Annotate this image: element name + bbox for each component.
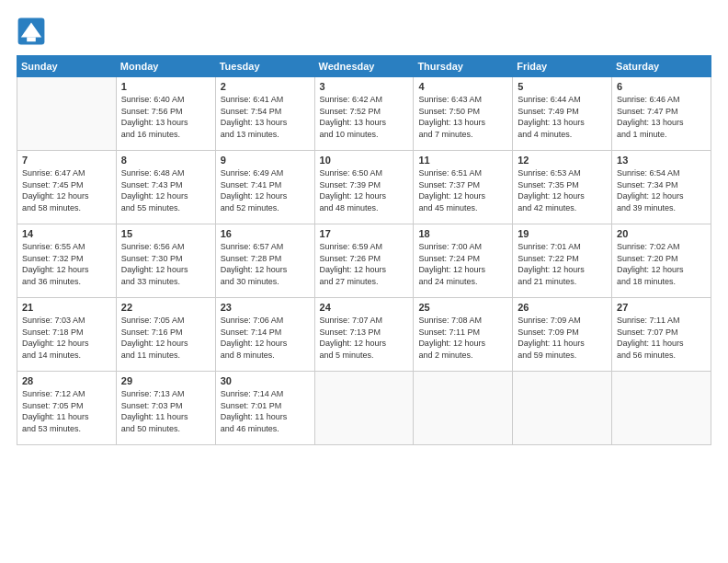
day-number: 26 xyxy=(518,302,607,313)
day-info: Sunrise: 6:46 AM Sunset: 7:47 PM Dayligh… xyxy=(617,94,706,140)
day-number: 2 xyxy=(221,81,310,92)
day-number: 9 xyxy=(221,155,310,166)
calendar-cell: 7Sunrise: 6:47 AM Sunset: 7:45 PM Daylig… xyxy=(17,151,117,224)
day-info: Sunrise: 7:01 AM Sunset: 7:22 PM Dayligh… xyxy=(518,241,607,287)
day-number: 25 xyxy=(418,302,507,313)
day-number: 5 xyxy=(518,81,607,92)
calendar-cell: 15Sunrise: 6:56 AM Sunset: 7:30 PM Dayli… xyxy=(116,224,215,298)
day-info: Sunrise: 7:13 AM Sunset: 7:03 PM Dayligh… xyxy=(121,388,210,434)
header xyxy=(17,17,711,46)
calendar-cell: 16Sunrise: 6:57 AM Sunset: 7:28 PM Dayli… xyxy=(215,224,314,298)
page: SundayMondayTuesdayWednesdayThursdayFrid… xyxy=(0,0,728,563)
calendar-cell: 25Sunrise: 7:08 AM Sunset: 7:11 PM Dayli… xyxy=(414,298,513,372)
day-number: 13 xyxy=(617,155,706,166)
day-info: Sunrise: 6:41 AM Sunset: 7:54 PM Dayligh… xyxy=(221,94,310,140)
calendar-cell: 19Sunrise: 7:01 AM Sunset: 7:22 PM Dayli… xyxy=(513,224,612,298)
day-number: 8 xyxy=(121,155,210,166)
calendar-cell: 4Sunrise: 6:43 AM Sunset: 7:50 PM Daylig… xyxy=(414,77,513,151)
day-info: Sunrise: 6:53 AM Sunset: 7:35 PM Dayligh… xyxy=(518,167,607,213)
weekday-header: Tuesday xyxy=(215,56,314,77)
day-info: Sunrise: 7:09 AM Sunset: 7:09 PM Dayligh… xyxy=(518,315,607,361)
day-number: 1 xyxy=(121,81,210,92)
calendar-cell: 20Sunrise: 7:02 AM Sunset: 7:20 PM Dayli… xyxy=(612,224,711,298)
day-info: Sunrise: 7:12 AM Sunset: 7:05 PM Dayligh… xyxy=(22,388,111,434)
day-number: 23 xyxy=(221,302,310,313)
calendar-cell: 23Sunrise: 7:06 AM Sunset: 7:14 PM Dayli… xyxy=(215,298,314,372)
day-number: 17 xyxy=(320,228,409,239)
day-number: 19 xyxy=(518,228,607,239)
weekday-header: Monday xyxy=(116,56,215,77)
weekday-header: Sunday xyxy=(17,56,117,77)
calendar-cell: 13Sunrise: 6:54 AM Sunset: 7:34 PM Dayli… xyxy=(612,151,711,224)
day-info: Sunrise: 6:51 AM Sunset: 7:37 PM Dayligh… xyxy=(418,167,507,213)
day-info: Sunrise: 7:03 AM Sunset: 7:18 PM Dayligh… xyxy=(22,315,111,361)
day-info: Sunrise: 6:57 AM Sunset: 7:28 PM Dayligh… xyxy=(221,241,310,287)
day-number: 29 xyxy=(121,375,210,386)
day-number: 21 xyxy=(22,302,111,313)
calendar-cell: 21Sunrise: 7:03 AM Sunset: 7:18 PM Dayli… xyxy=(17,298,117,372)
calendar-cell: 8Sunrise: 6:48 AM Sunset: 7:43 PM Daylig… xyxy=(116,151,215,224)
day-info: Sunrise: 6:47 AM Sunset: 7:45 PM Dayligh… xyxy=(22,167,111,213)
day-info: Sunrise: 6:43 AM Sunset: 7:50 PM Dayligh… xyxy=(418,94,507,140)
calendar-cell: 12Sunrise: 6:53 AM Sunset: 7:35 PM Dayli… xyxy=(513,151,612,224)
calendar-cell: 29Sunrise: 7:13 AM Sunset: 7:03 PM Dayli… xyxy=(116,372,215,445)
calendar-week-row: 1Sunrise: 6:40 AM Sunset: 7:56 PM Daylig… xyxy=(17,77,711,151)
day-info: Sunrise: 6:48 AM Sunset: 7:43 PM Dayligh… xyxy=(121,167,210,213)
logo xyxy=(17,17,50,46)
day-number: 27 xyxy=(617,302,706,313)
day-number: 16 xyxy=(221,228,310,239)
day-info: Sunrise: 6:49 AM Sunset: 7:41 PM Dayligh… xyxy=(221,167,310,213)
day-number: 6 xyxy=(617,81,706,92)
calendar-cell: 24Sunrise: 7:07 AM Sunset: 7:13 PM Dayli… xyxy=(314,298,414,372)
day-info: Sunrise: 7:00 AM Sunset: 7:24 PM Dayligh… xyxy=(418,241,507,287)
calendar-cell: 22Sunrise: 7:05 AM Sunset: 7:16 PM Dayli… xyxy=(116,298,215,372)
weekday-header: Wednesday xyxy=(314,56,414,77)
calendar-cell: 28Sunrise: 7:12 AM Sunset: 7:05 PM Dayli… xyxy=(17,372,117,445)
day-number: 18 xyxy=(418,228,507,239)
calendar-cell xyxy=(17,77,117,151)
calendar-cell: 27Sunrise: 7:11 AM Sunset: 7:07 PM Dayli… xyxy=(612,298,711,372)
day-number: 7 xyxy=(22,155,111,166)
day-info: Sunrise: 6:54 AM Sunset: 7:34 PM Dayligh… xyxy=(617,167,706,213)
day-info: Sunrise: 6:42 AM Sunset: 7:52 PM Dayligh… xyxy=(320,94,409,140)
day-info: Sunrise: 7:05 AM Sunset: 7:16 PM Dayligh… xyxy=(121,315,210,361)
calendar-cell: 5Sunrise: 6:44 AM Sunset: 7:49 PM Daylig… xyxy=(513,77,612,151)
day-info: Sunrise: 6:40 AM Sunset: 7:56 PM Dayligh… xyxy=(121,94,210,140)
day-number: 11 xyxy=(418,155,507,166)
calendar-cell: 11Sunrise: 6:51 AM Sunset: 7:37 PM Dayli… xyxy=(414,151,513,224)
day-number: 12 xyxy=(518,155,607,166)
logo-icon xyxy=(17,17,46,46)
day-number: 14 xyxy=(22,228,111,239)
calendar-cell: 26Sunrise: 7:09 AM Sunset: 7:09 PM Dayli… xyxy=(513,298,612,372)
calendar-cell: 18Sunrise: 7:00 AM Sunset: 7:24 PM Dayli… xyxy=(414,224,513,298)
day-info: Sunrise: 6:44 AM Sunset: 7:49 PM Dayligh… xyxy=(518,94,607,140)
day-number: 15 xyxy=(121,228,210,239)
weekday-header: Thursday xyxy=(414,56,513,77)
calendar-week-row: 14Sunrise: 6:55 AM Sunset: 7:32 PM Dayli… xyxy=(17,224,711,298)
calendar-week-row: 28Sunrise: 7:12 AM Sunset: 7:05 PM Dayli… xyxy=(17,372,711,445)
calendar: SundayMondayTuesdayWednesdayThursdayFrid… xyxy=(17,55,711,445)
day-info: Sunrise: 7:14 AM Sunset: 7:01 PM Dayligh… xyxy=(221,388,310,434)
svg-rect-2 xyxy=(27,37,36,41)
calendar-cell: 9Sunrise: 6:49 AM Sunset: 7:41 PM Daylig… xyxy=(215,151,314,224)
weekday-header-row: SundayMondayTuesdayWednesdayThursdayFrid… xyxy=(17,56,711,77)
calendar-cell xyxy=(414,372,513,445)
day-info: Sunrise: 6:56 AM Sunset: 7:30 PM Dayligh… xyxy=(121,241,210,287)
calendar-cell: 17Sunrise: 6:59 AM Sunset: 7:26 PM Dayli… xyxy=(314,224,414,298)
day-info: Sunrise: 7:02 AM Sunset: 7:20 PM Dayligh… xyxy=(617,241,706,287)
calendar-cell: 6Sunrise: 6:46 AM Sunset: 7:47 PM Daylig… xyxy=(612,77,711,151)
day-number: 30 xyxy=(221,375,310,386)
day-number: 4 xyxy=(418,81,507,92)
calendar-cell xyxy=(314,372,414,445)
day-number: 24 xyxy=(320,302,409,313)
day-info: Sunrise: 7:11 AM Sunset: 7:07 PM Dayligh… xyxy=(617,315,706,361)
day-number: 10 xyxy=(320,155,409,166)
day-number: 20 xyxy=(617,228,706,239)
calendar-cell: 2Sunrise: 6:41 AM Sunset: 7:54 PM Daylig… xyxy=(215,77,314,151)
day-number: 22 xyxy=(121,302,210,313)
day-info: Sunrise: 7:08 AM Sunset: 7:11 PM Dayligh… xyxy=(418,315,507,361)
calendar-cell xyxy=(612,372,711,445)
calendar-week-row: 7Sunrise: 6:47 AM Sunset: 7:45 PM Daylig… xyxy=(17,151,711,224)
weekday-header: Friday xyxy=(513,56,612,77)
day-number: 28 xyxy=(22,375,111,386)
